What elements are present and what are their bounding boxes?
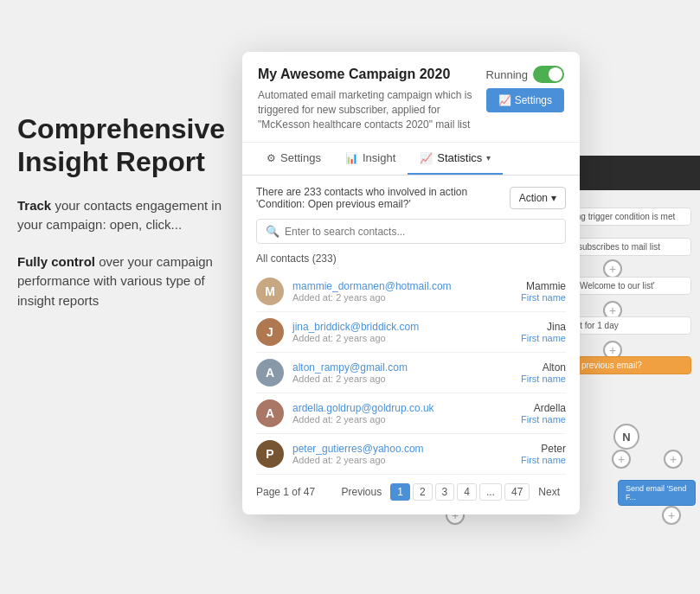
contact-row-3[interactable]: A ardella.goldrup@goldrup.co.uk Added at… bbox=[256, 393, 566, 434]
contact-added-3: Added at: 2 years ago bbox=[292, 414, 512, 425]
contact-avatar-3: A bbox=[256, 399, 284, 427]
contact-field-4: First name bbox=[521, 455, 566, 465]
action-dropdown-icon: ▾ bbox=[551, 192, 556, 204]
page-ellipsis: ... bbox=[479, 483, 502, 501]
modal-title: My Awesome Campaign 2020 bbox=[258, 67, 450, 82]
contact-row-2[interactable]: A alton_rampy@gmail.com Added at: 2 year… bbox=[256, 353, 566, 393]
contact-field-3: First name bbox=[521, 414, 566, 425]
contact-info-1: jina_briddick@briddick.com Added at: 2 y… bbox=[292, 321, 512, 343]
settings-button[interactable]: 📈 Settings bbox=[486, 88, 564, 112]
contact-email-0: mammie_dormanen@hotmail.com bbox=[292, 280, 512, 292]
contact-info-4: peter_gutierres@yahoo.com Added at: 2 ye… bbox=[292, 443, 512, 465]
settings-tab-icon: ⚙ bbox=[267, 152, 276, 164]
tab-statistics[interactable]: 📈 Statistics ▾ bbox=[408, 143, 503, 175]
insight-tab-icon: 📊 bbox=[345, 152, 358, 164]
contact-name-col-2: Alton First name bbox=[521, 361, 566, 384]
page-info: Page 1 of 47 bbox=[256, 486, 315, 498]
bg-plus1: + bbox=[603, 259, 622, 278]
status-area: Running bbox=[486, 66, 564, 83]
contact-name-col-1: Jina First name bbox=[521, 321, 566, 343]
tab-insight[interactable]: 📊 Insight bbox=[333, 143, 408, 175]
main-heading: Comprehensive Insight Report bbox=[17, 112, 242, 179]
info-bar: There are 233 contacts who involved in a… bbox=[256, 186, 566, 210]
action-button[interactable]: Action ▾ bbox=[510, 187, 566, 209]
para1-bold: Track bbox=[17, 198, 51, 213]
contact-row-4[interactable]: P peter_gutierres@yahoo.com Added at: 2 … bbox=[256, 434, 566, 475]
modal-tabs: ⚙ Settings 📊 Insight 📈 Statistics ▾ bbox=[242, 143, 580, 176]
contact-avatar-0: M bbox=[256, 278, 284, 305]
contact-avatar-2: A bbox=[256, 359, 284, 386]
contact-email-2: alton_rampy@gmail.com bbox=[292, 361, 512, 374]
contact-email-3: ardella.goldrup@goldrup.co.uk bbox=[292, 402, 512, 414]
tab-statistics-label: Statistics bbox=[437, 151, 482, 164]
info-text: There are 233 contacts who involved in a… bbox=[256, 186, 510, 210]
next-button[interactable]: Next bbox=[532, 484, 566, 500]
modal-title-row: My Awesome Campaign 2020 Running bbox=[258, 66, 564, 83]
modal-card: My Awesome Campaign 2020 Running Automat… bbox=[242, 52, 580, 514]
left-panel: Comprehensive Insight Report Track your … bbox=[17, 112, 242, 328]
pagination: Page 1 of 47 Previous 1 2 3 4 ... 47 Nex… bbox=[256, 475, 566, 504]
tab-insight-label: Insight bbox=[363, 151, 395, 164]
contact-email-4: peter_gutierres@yahoo.com bbox=[292, 443, 512, 455]
pagination-controls: Previous 1 2 3 4 ... 47 Next bbox=[336, 483, 567, 501]
contacts-count: All contacts (233) bbox=[256, 252, 566, 265]
contact-field-0: First name bbox=[521, 292, 566, 303]
contact-info-3: ardella.goldrup@goldrup.co.uk Added at: … bbox=[292, 402, 512, 425]
modal-description: Automated email marketing campaign which… bbox=[258, 88, 478, 131]
page-1-button[interactable]: 1 bbox=[390, 483, 410, 501]
running-toggle[interactable] bbox=[533, 66, 564, 83]
search-icon: 🔍 bbox=[266, 225, 279, 238]
contact-row-0[interactable]: M mammie_dormanen@hotmail.com Added at: … bbox=[256, 271, 566, 312]
contact-added-2: Added at: 2 years ago bbox=[292, 374, 512, 384]
contact-name-4: Peter bbox=[521, 443, 566, 455]
prev-button[interactable]: Previous bbox=[336, 484, 389, 500]
contact-name-3: Ardella bbox=[521, 402, 566, 414]
bg-node1: subscribes to mail list bbox=[570, 238, 691, 256]
contact-info-0: mammie_dormanen@hotmail.com Added at: 2 … bbox=[292, 280, 512, 303]
modal-body: There are 233 contacts who involved in a… bbox=[242, 176, 580, 514]
page-4-button[interactable]: 4 bbox=[457, 483, 477, 501]
para2-bold: Fully control bbox=[17, 254, 95, 269]
bg-plus4: + bbox=[612, 450, 631, 469]
bg-circle-n: N bbox=[613, 424, 639, 450]
bg-send2: Send email 'Send F... bbox=[618, 480, 696, 506]
contact-email-1: jina_briddick@briddick.com bbox=[292, 321, 512, 333]
contact-added-0: Added at: 2 years ago bbox=[292, 292, 512, 303]
search-bar: 🔍 bbox=[256, 219, 566, 244]
contact-field-2: First name bbox=[521, 374, 566, 384]
contact-avatar-4: P bbox=[256, 440, 284, 468]
page-3-button[interactable]: 3 bbox=[435, 483, 455, 501]
contact-list: M mammie_dormanen@hotmail.com Added at: … bbox=[256, 271, 566, 475]
contact-name-col-4: Peter First name bbox=[521, 443, 566, 465]
para2: Fully control over your campaign perform… bbox=[17, 252, 242, 311]
tab-settings[interactable]: ⚙ Settings bbox=[254, 143, 333, 175]
page-2-button[interactable]: 2 bbox=[413, 483, 433, 501]
bg-node4: en previous email? bbox=[562, 356, 691, 374]
page-47-button[interactable]: 47 bbox=[504, 483, 530, 501]
action-btn-label: Action bbox=[519, 192, 548, 204]
contact-field-1: First name bbox=[521, 333, 566, 343]
status-label: Running bbox=[486, 68, 528, 81]
contact-name-2: Alton bbox=[521, 361, 566, 374]
statistics-tab-arrow: ▾ bbox=[486, 153, 491, 163]
bg-plus5: + bbox=[664, 450, 683, 469]
settings-btn-label: Settings bbox=[515, 94, 552, 106]
contact-name-0: Mammie bbox=[521, 280, 566, 292]
para1: Track your contacts engagement in your c… bbox=[17, 196, 242, 235]
contact-row-1[interactable]: J jina_briddick@briddick.com Added at: 2… bbox=[256, 312, 566, 353]
contact-name-col-0: Mammie First name bbox=[521, 280, 566, 303]
bg-node3: it for 1 day bbox=[570, 316, 691, 335]
bg-node2: 'Welcome to our list' bbox=[570, 277, 691, 295]
search-input[interactable] bbox=[285, 226, 556, 238]
settings-chart-icon: 📈 bbox=[498, 94, 511, 106]
statistics-tab-icon: 📈 bbox=[420, 152, 433, 164]
contact-name-col-3: Ardella First name bbox=[521, 402, 566, 425]
contact-info-2: alton_rampy@gmail.com Added at: 2 years … bbox=[292, 361, 512, 384]
contact-added-4: Added at: 2 years ago bbox=[292, 455, 512, 465]
tab-settings-label: Settings bbox=[280, 151, 321, 164]
contact-name-1: Jina bbox=[521, 321, 566, 333]
bg-plus7: + bbox=[662, 506, 681, 525]
contact-avatar-1: J bbox=[256, 318, 284, 346]
contact-added-1: Added at: 2 years ago bbox=[292, 333, 512, 343]
modal-header: My Awesome Campaign 2020 Running Automat… bbox=[242, 52, 580, 143]
